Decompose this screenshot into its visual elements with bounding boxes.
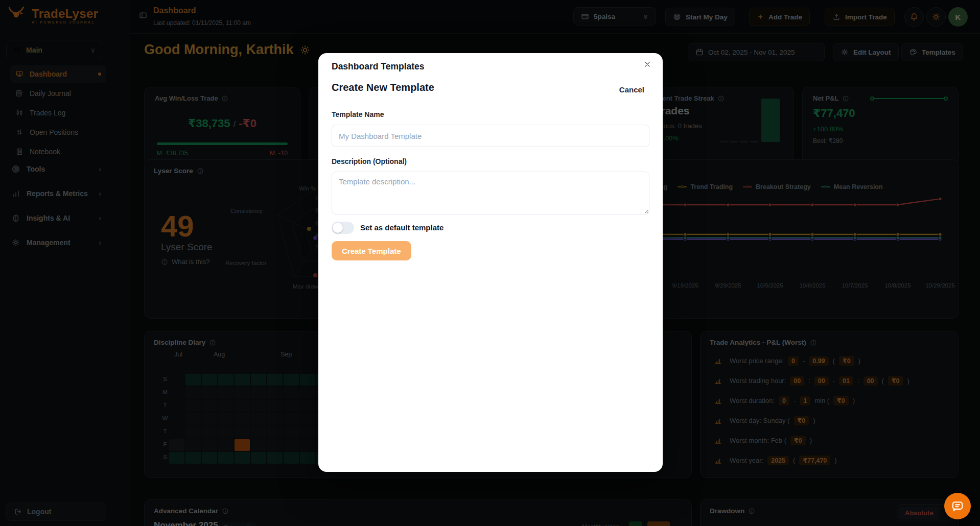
cancel-button[interactable]: Cancel (619, 85, 644, 94)
create-template-button[interactable]: Create Template (332, 241, 411, 260)
modal-subtitle: Create New Template (332, 82, 434, 93)
description-textarea[interactable] (332, 172, 649, 214)
default-template-toggle[interactable] (332, 222, 354, 234)
modal-title: Dashboard Templates (332, 61, 425, 72)
toggle-label: Set as default template (360, 223, 444, 232)
template-name-input[interactable] (332, 125, 649, 147)
dashboard-templates-modal: Dashboard Templates Create New Template … (318, 53, 663, 472)
screen: TradeLyser AI POWERED JOURNAL Main ∨ Das… (0, 0, 980, 526)
chat-icon (951, 499, 964, 513)
close-icon[interactable] (643, 60, 651, 68)
description-label: Description (Optional) (332, 157, 407, 165)
chat-fab[interactable] (944, 493, 971, 519)
template-name-label: Template Name (332, 110, 384, 118)
toggle-knob (333, 223, 343, 233)
